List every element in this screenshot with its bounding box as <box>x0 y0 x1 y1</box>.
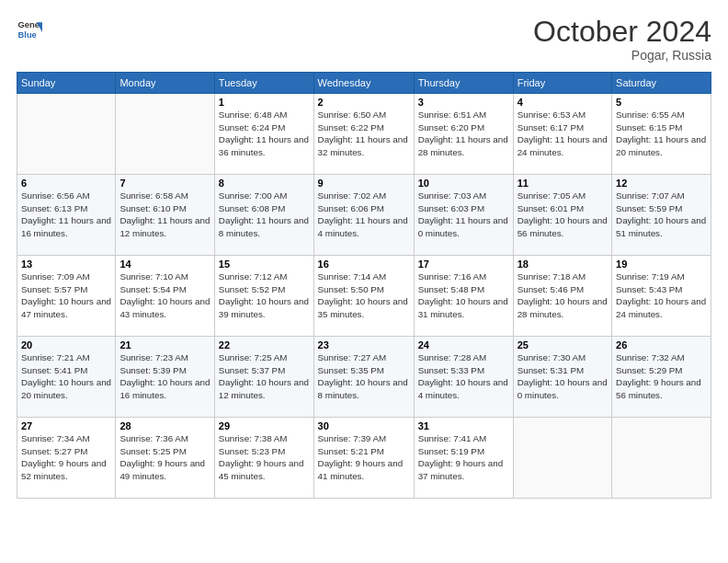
calendar-cell: 9Sunrise: 7:02 AMSunset: 6:06 PMDaylight… <box>313 175 414 256</box>
calendar-cell: 6Sunrise: 6:56 AMSunset: 6:13 PMDaylight… <box>17 175 116 256</box>
calendar-cell: 31Sunrise: 7:41 AMSunset: 5:19 PMDayligh… <box>414 418 513 499</box>
day-number: 9 <box>318 178 410 189</box>
calendar-cell: 3Sunrise: 6:51 AMSunset: 6:20 PMDaylight… <box>414 94 513 175</box>
calendar-cell: 19Sunrise: 7:19 AMSunset: 5:43 PMDayligh… <box>612 256 711 337</box>
day-info: Sunrise: 7:10 AMSunset: 5:54 PMDaylight:… <box>119 270 210 321</box>
calendar-week-1: 1Sunrise: 6:48 AMSunset: 6:24 PMDaylight… <box>17 94 711 175</box>
day-number: 16 <box>318 259 410 270</box>
calendar-cell: 15Sunrise: 7:12 AMSunset: 5:52 PMDayligh… <box>214 256 313 337</box>
day-info: Sunrise: 7:41 AMSunset: 5:19 PMDaylight:… <box>418 432 509 483</box>
weekday-header-sunday: Sunday <box>17 73 116 94</box>
day-number: 15 <box>219 259 310 270</box>
day-number: 10 <box>418 178 509 189</box>
calendar-cell <box>116 94 214 175</box>
day-number: 20 <box>21 339 111 350</box>
calendar-cell <box>17 94 116 175</box>
logo-icon: General Blue <box>17 17 42 42</box>
calendar-week-3: 13Sunrise: 7:09 AMSunset: 5:57 PMDayligh… <box>17 256 711 337</box>
calendar-cell: 10Sunrise: 7:03 AMSunset: 6:03 PMDayligh… <box>414 175 513 256</box>
day-info: Sunrise: 7:16 AMSunset: 5:48 PMDaylight:… <box>418 270 509 321</box>
day-number: 21 <box>119 339 210 350</box>
day-info: Sunrise: 7:30 AMSunset: 5:31 PMDaylight:… <box>518 351 608 402</box>
day-info: Sunrise: 7:09 AMSunset: 5:57 PMDaylight:… <box>21 270 111 321</box>
day-info: Sunrise: 7:00 AMSunset: 6:08 PMDaylight:… <box>219 190 310 240</box>
calendar-cell: 7Sunrise: 6:58 AMSunset: 6:10 PMDaylight… <box>116 175 214 256</box>
day-info: Sunrise: 7:18 AMSunset: 5:46 PMDaylight:… <box>518 270 608 321</box>
weekday-header-wednesday: Wednesday <box>313 73 414 94</box>
day-info: Sunrise: 7:07 AMSunset: 5:59 PMDaylight:… <box>616 190 707 240</box>
day-info: Sunrise: 6:53 AMSunset: 6:17 PMDaylight:… <box>518 109 608 159</box>
calendar-cell <box>612 418 711 499</box>
day-number: 2 <box>318 97 410 108</box>
calendar-cell: 29Sunrise: 7:38 AMSunset: 5:23 PMDayligh… <box>214 418 313 499</box>
calendar-cell: 28Sunrise: 7:36 AMSunset: 5:25 PMDayligh… <box>116 418 214 499</box>
day-info: Sunrise: 7:38 AMSunset: 5:23 PMDaylight:… <box>219 432 310 483</box>
calendar-cell: 25Sunrise: 7:30 AMSunset: 5:31 PMDayligh… <box>513 337 611 418</box>
calendar-cell: 23Sunrise: 7:27 AMSunset: 5:35 PMDayligh… <box>313 337 414 418</box>
day-info: Sunrise: 7:39 AMSunset: 5:21 PMDaylight:… <box>318 432 410 483</box>
day-number: 27 <box>21 420 111 431</box>
calendar-week-5: 27Sunrise: 7:34 AMSunset: 5:27 PMDayligh… <box>17 418 711 499</box>
calendar-cell: 20Sunrise: 7:21 AMSunset: 5:41 PMDayligh… <box>17 337 116 418</box>
location: Pogar, Russia <box>533 48 711 63</box>
calendar-cell: 5Sunrise: 6:55 AMSunset: 6:15 PMDaylight… <box>612 94 711 175</box>
day-info: Sunrise: 7:25 AMSunset: 5:37 PMDaylight:… <box>219 351 310 402</box>
day-number: 17 <box>418 259 509 270</box>
day-info: Sunrise: 7:36 AMSunset: 5:25 PMDaylight:… <box>119 432 210 483</box>
day-info: Sunrise: 7:23 AMSunset: 5:39 PMDaylight:… <box>119 351 210 402</box>
day-info: Sunrise: 7:02 AMSunset: 6:06 PMDaylight:… <box>318 190 410 240</box>
calendar-cell: 24Sunrise: 7:28 AMSunset: 5:33 PMDayligh… <box>414 337 513 418</box>
calendar-cell: 22Sunrise: 7:25 AMSunset: 5:37 PMDayligh… <box>214 337 313 418</box>
calendar-cell: 27Sunrise: 7:34 AMSunset: 5:27 PMDayligh… <box>17 418 116 499</box>
day-number: 18 <box>518 259 608 270</box>
calendar-cell: 14Sunrise: 7:10 AMSunset: 5:54 PMDayligh… <box>116 256 214 337</box>
day-number: 23 <box>318 339 410 350</box>
day-number: 28 <box>119 420 210 431</box>
day-number: 25 <box>518 339 608 350</box>
calendar-cell: 21Sunrise: 7:23 AMSunset: 5:39 PMDayligh… <box>116 337 214 418</box>
day-number: 5 <box>616 97 707 108</box>
day-info: Sunrise: 6:48 AMSunset: 6:24 PMDaylight:… <box>219 109 310 159</box>
calendar-cell <box>513 418 611 499</box>
day-info: Sunrise: 6:55 AMSunset: 6:15 PMDaylight:… <box>616 109 707 159</box>
day-number: 19 <box>616 259 707 270</box>
calendar-cell: 8Sunrise: 7:00 AMSunset: 6:08 PMDaylight… <box>214 175 313 256</box>
calendar-cell: 16Sunrise: 7:14 AMSunset: 5:50 PMDayligh… <box>313 256 414 337</box>
day-number: 14 <box>119 259 210 270</box>
day-info: Sunrise: 7:12 AMSunset: 5:52 PMDaylight:… <box>219 270 310 321</box>
day-number: 22 <box>219 339 310 350</box>
calendar-cell: 2Sunrise: 6:50 AMSunset: 6:22 PMDaylight… <box>313 94 414 175</box>
weekday-header-tuesday: Tuesday <box>214 73 313 94</box>
day-number: 29 <box>219 420 310 431</box>
day-info: Sunrise: 7:14 AMSunset: 5:50 PMDaylight:… <box>318 270 410 321</box>
calendar-week-4: 20Sunrise: 7:21 AMSunset: 5:41 PMDayligh… <box>17 337 711 418</box>
day-info: Sunrise: 6:56 AMSunset: 6:13 PMDaylight:… <box>21 190 111 240</box>
calendar-cell: 4Sunrise: 6:53 AMSunset: 6:17 PMDaylight… <box>513 94 611 175</box>
day-number: 6 <box>21 178 111 189</box>
calendar-cell: 11Sunrise: 7:05 AMSunset: 6:01 PMDayligh… <box>513 175 611 256</box>
weekday-header-row: SundayMondayTuesdayWednesdayThursdayFrid… <box>17 73 711 94</box>
svg-text:Blue: Blue <box>18 30 37 40</box>
day-number: 1 <box>219 97 310 108</box>
weekday-header-saturday: Saturday <box>612 73 711 94</box>
day-info: Sunrise: 7:05 AMSunset: 6:01 PMDaylight:… <box>518 190 608 240</box>
day-number: 11 <box>518 178 608 189</box>
day-number: 8 <box>219 178 310 189</box>
title-block: October 2024 Pogar, Russia <box>533 17 711 63</box>
day-info: Sunrise: 7:34 AMSunset: 5:27 PMDaylight:… <box>21 432 111 483</box>
calendar-table: SundayMondayTuesdayWednesdayThursdayFrid… <box>17 72 711 499</box>
weekday-header-thursday: Thursday <box>414 73 513 94</box>
day-info: Sunrise: 7:03 AMSunset: 6:03 PMDaylight:… <box>418 190 509 240</box>
weekday-header-monday: Monday <box>116 73 214 94</box>
day-info: Sunrise: 7:32 AMSunset: 5:29 PMDaylight:… <box>616 351 707 402</box>
day-number: 30 <box>318 420 410 431</box>
calendar-week-2: 6Sunrise: 6:56 AMSunset: 6:13 PMDaylight… <box>17 175 711 256</box>
day-info: Sunrise: 6:51 AMSunset: 6:20 PMDaylight:… <box>418 109 509 159</box>
day-number: 13 <box>21 259 111 270</box>
calendar-cell: 26Sunrise: 7:32 AMSunset: 5:29 PMDayligh… <box>612 337 711 418</box>
day-info: Sunrise: 7:19 AMSunset: 5:43 PMDaylight:… <box>616 270 707 321</box>
calendar-cell: 17Sunrise: 7:16 AMSunset: 5:48 PMDayligh… <box>414 256 513 337</box>
month-title: October 2024 <box>533 17 711 46</box>
calendar-cell: 18Sunrise: 7:18 AMSunset: 5:46 PMDayligh… <box>513 256 611 337</box>
day-info: Sunrise: 6:58 AMSunset: 6:10 PMDaylight:… <box>119 190 210 240</box>
